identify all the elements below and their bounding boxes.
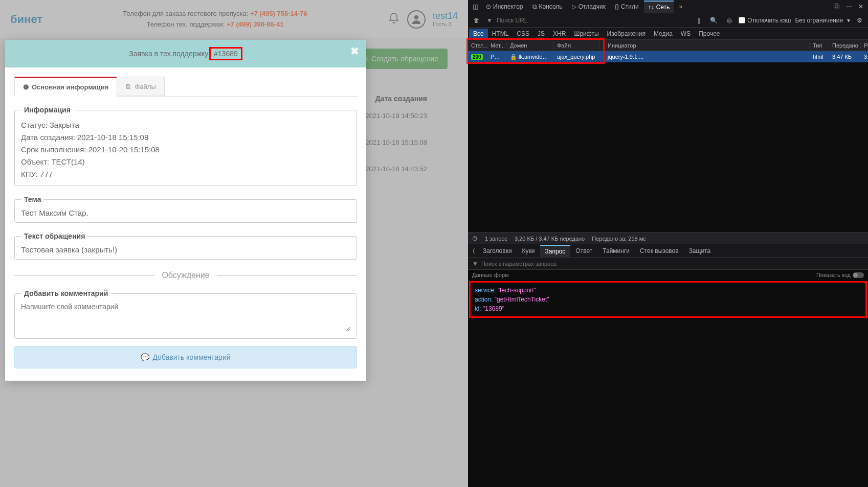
ticket-modal: Заявка в тех.поддержку #13689 ✖ ❶ Основн… — [5, 40, 366, 381]
row-initiator: jquery-1.9.1.... — [605, 54, 810, 60]
row-r: 3, — [861, 54, 868, 60]
status-requests: 1 запрос — [485, 236, 507, 242]
theme-legend: Тема — [21, 195, 44, 203]
type-media[interactable]: Медиа — [650, 29, 677, 39]
dtab-response[interactable]: Ответ — [570, 245, 597, 257]
type-css[interactable]: CSS — [513, 29, 533, 39]
info-icon: ❶ — [23, 83, 29, 91]
type-other[interactable]: Прочее — [695, 29, 724, 39]
chevron-down-icon: ▾ — [847, 17, 850, 24]
type-ws[interactable]: WS — [677, 29, 695, 39]
request-table-highlighted: Стат... Мет... Домен Файл 200 POST 🔒lk.a… — [466, 38, 605, 64]
col-method[interactable]: Мет... — [487, 42, 507, 49]
menu-icon[interactable]: ⋯ — [843, 2, 855, 12]
tab-main-info[interactable]: ❶ Основная информация — [14, 77, 117, 97]
form-data-label: Данные форм — [472, 272, 509, 278]
comment-legend: Добавить комментарий — [21, 289, 111, 297]
theme-fieldset: Тема Тест Максим Стар. — [14, 195, 357, 223]
back-icon[interactable]: ⟨ — [470, 246, 478, 256]
dtab-headers[interactable]: Заголовки — [478, 245, 517, 257]
ticket-number: #13689 — [209, 47, 242, 60]
type-js[interactable]: JS — [533, 29, 549, 39]
dtab-cookies[interactable]: Куки — [517, 245, 540, 257]
request-row[interactable]: 200 POST 🔒lk.amvideo-ms... ajax_query.ph… — [468, 51, 603, 62]
fd-val-action: "getHtmlTechTicket" — [495, 296, 549, 303]
created-value: 2021-10-18 15:15:08 — [77, 133, 148, 142]
dtab-stack[interactable]: Стек вызовов — [635, 245, 684, 257]
comment-fieldset: Добавить комментарий — [14, 289, 357, 339]
discussion-heading: Обсуждение — [154, 271, 216, 280]
tab-network[interactable]: ↑↓ Сеть — [644, 1, 674, 13]
dtab-request[interactable]: Запрос — [540, 245, 571, 257]
body-value: Тестовая заявка (закрыть!) — [21, 245, 350, 254]
type-images[interactable]: Изображения — [603, 29, 650, 39]
request-detail-tabs: ⟨ Заголовки Куки Запрос Ответ Тайминги С… — [468, 244, 868, 258]
info-fieldset: Информация Статус: Закрыта Дата создания… — [14, 106, 357, 186]
fd-val-service: "tech-support" — [498, 287, 536, 294]
throttle-select[interactable]: Без ограничения — [795, 17, 843, 24]
trash-icon[interactable]: 🗑 — [471, 15, 482, 26]
fd-val-id: "13689" — [483, 305, 504, 312]
request-row-right[interactable]: jquery-1.9.1.... html 3,47 КБ 3, — [605, 51, 868, 62]
col-type[interactable]: Тип — [810, 42, 829, 49]
network-empty-area — [468, 64, 868, 232]
col-status[interactable]: Стат... — [468, 42, 487, 49]
theme-value: Тест Максим Стар. — [21, 208, 350, 217]
due-value: 2021-10-20 15:15:08 — [88, 145, 160, 154]
circle-icon[interactable]: ◎ — [724, 15, 735, 26]
form-data-highlighted: service: "tech-support" action: "getHtml… — [469, 281, 867, 318]
type-all[interactable]: Все — [469, 29, 488, 39]
close-icon[interactable]: ✖ — [350, 45, 359, 57]
dtab-security[interactable]: Защита — [684, 245, 716, 257]
chat-icon: 💬 — [141, 353, 149, 361]
close-devtools-icon[interactable]: ✕ — [856, 2, 866, 12]
disable-cache-checkbox[interactable]: Отключить кэш — [739, 17, 791, 24]
col-r[interactable]: Р — [861, 42, 868, 49]
col-file[interactable]: Файл — [554, 42, 600, 49]
url-filter-input[interactable] — [497, 17, 573, 24]
gear-icon[interactable]: ⚙ — [854, 15, 865, 26]
param-search-input[interactable] — [481, 261, 864, 267]
devtools-top-toolbar: ◫ ⊙ Инспектор ⧉ Консоль ▷ Отладчик {} Ст… — [468, 0, 868, 13]
row-type: html — [810, 54, 829, 60]
fd-key-id: id: — [475, 305, 481, 312]
search-icon[interactable]: 🔍 — [707, 15, 720, 26]
network-secondbar: 🗑 ▼ ‖ 🔍 ◎ Отключить кэш Без ограничения … — [468, 13, 868, 28]
responsive-icon[interactable]: ⿻ — [831, 2, 842, 12]
tab-inspector[interactable]: ⊙ Инспектор — [482, 1, 527, 12]
devtools-panel: ◫ ⊙ Инспектор ⧉ Консоль ▷ Отладчик {} Ст… — [468, 0, 868, 487]
tab-more[interactable]: » — [675, 1, 686, 12]
filter-icon: ▼ — [472, 260, 478, 267]
row-method: POST — [487, 54, 507, 60]
type-html[interactable]: HTML — [488, 29, 513, 39]
show-code-toggle[interactable]: Показать код — [816, 272, 864, 278]
tab-debugger[interactable]: ▷ Отладчик — [568, 1, 610, 12]
modal-header: Заявка в тех.поддержку #13689 ✖ — [5, 40, 366, 67]
tab-console[interactable]: ⧉ Консоль — [528, 1, 567, 12]
network-statusbar: ⏱ 1 запрос 3,20 КБ / 3,47 КБ передано Пе… — [468, 232, 868, 244]
status-value: Закрыта — [50, 121, 79, 129]
tab-files[interactable]: 🗎 Файлы — [117, 77, 164, 96]
col-initiator[interactable]: Инициатор — [605, 42, 810, 49]
status-size: 3,20 КБ / 3,47 КБ передано — [515, 236, 585, 242]
tab-styles[interactable]: {} Стили — [611, 1, 643, 12]
object-value: ТЕСТ(14) — [51, 157, 84, 166]
filter-icon: ▼ — [486, 17, 493, 24]
lock-icon: 🔒 — [510, 54, 517, 60]
dtab-timings[interactable]: Тайминги — [597, 245, 635, 257]
row-domain: lk.amvideo-ms... — [519, 54, 554, 60]
col-domain[interactable]: Домен — [507, 42, 554, 49]
kpu-value: 777 — [40, 170, 53, 178]
type-xhr[interactable]: XHR — [549, 29, 570, 39]
info-legend: Информация — [21, 106, 74, 114]
devtools-bottom-fill — [468, 319, 868, 487]
col-transferred[interactable]: Передано — [829, 42, 861, 49]
add-comment-button[interactable]: 💬 Добавить комментарий — [14, 346, 357, 368]
body-legend: Текст обращения — [21, 232, 88, 240]
dock-icon[interactable]: ◫ — [470, 2, 481, 12]
fd-key-action: action: — [475, 296, 493, 303]
type-fonts[interactable]: Шрифты — [570, 29, 603, 39]
pause-icon[interactable]: ‖ — [695, 15, 703, 26]
status-badge: 200 — [471, 54, 483, 60]
comment-textarea[interactable] — [21, 303, 350, 331]
